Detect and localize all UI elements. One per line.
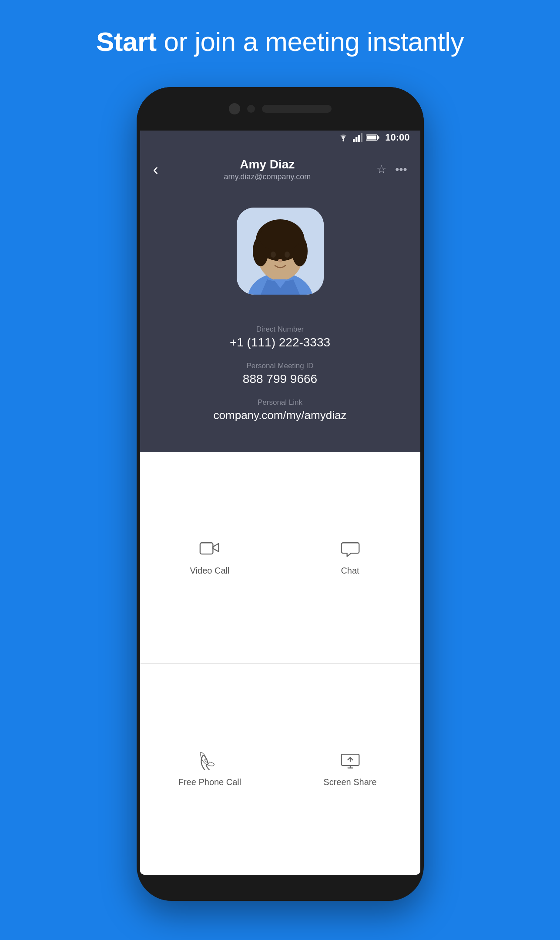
- status-icons: 10:00: [337, 132, 409, 143]
- free-phone-call-button[interactable]: Free Phone Call: [140, 664, 280, 875]
- contact-name-area: Amy Diaz amy.diaz@company.com: [158, 158, 377, 181]
- video-call-icon: [199, 540, 220, 559]
- status-time: 10:00: [385, 132, 409, 143]
- free-phone-call-label: Free Phone Call: [178, 777, 241, 787]
- svg-rect-4: [361, 133, 362, 142]
- chat-button[interactable]: Chat: [280, 452, 420, 664]
- video-call-label: Video Call: [190, 566, 230, 576]
- avatar-area: [140, 190, 420, 316]
- personal-link-value[interactable]: company.com/my/amydiaz: [153, 409, 407, 422]
- avatar-container: [237, 208, 324, 295]
- battery-icon: [366, 134, 380, 141]
- svg-point-15: [259, 223, 301, 251]
- svg-point-16: [271, 252, 276, 258]
- svg-point-17: [285, 252, 290, 258]
- header-actions: ☆ •••: [376, 163, 407, 176]
- wifi-icon: [337, 133, 349, 142]
- contact-email: amy.diaz@company.com: [158, 172, 377, 181]
- svg-rect-1: [353, 139, 355, 142]
- avatar-image: [237, 208, 324, 295]
- proximity-sensor: [247, 105, 255, 113]
- direct-number-label: Direct Number: [153, 325, 407, 334]
- header-rest: or join a meeting instantly: [157, 27, 464, 57]
- phone-screen: 10:00 ‹ Amy Diaz amy.diaz@company.com ☆ …: [140, 126, 420, 875]
- phone-frame: 10:00 ‹ Amy Diaz amy.diaz@company.com ☆ …: [137, 87, 424, 901]
- meeting-id-label: Personal Meeting ID: [153, 362, 407, 370]
- header-bold: Start: [96, 27, 157, 57]
- phone-icon: [199, 751, 220, 770]
- contact-header: ‹ Amy Diaz amy.diaz@company.com ☆ •••: [140, 149, 420, 190]
- back-button[interactable]: ‹: [153, 162, 158, 178]
- screen-share-label: Screen Share: [323, 777, 376, 787]
- phone-speaker: [262, 105, 332, 113]
- chat-icon: [340, 540, 361, 559]
- phone-top-bar: [137, 87, 424, 131]
- svg-point-0: [343, 140, 344, 141]
- personal-link-label: Personal Link: [153, 398, 407, 407]
- more-options-icon[interactable]: •••: [395, 163, 407, 176]
- svg-rect-6: [378, 136, 379, 138]
- contact-info: Direct Number +1 (111) 222-3333 Personal…: [140, 316, 420, 452]
- svg-rect-3: [358, 135, 360, 142]
- signal-icon: [353, 133, 362, 142]
- favorite-icon[interactable]: ☆: [376, 163, 386, 176]
- meeting-id-value[interactable]: 888 799 9666: [153, 372, 407, 386]
- contact-name: Amy Diaz: [158, 158, 377, 171]
- screen-share-button[interactable]: Screen Share: [280, 664, 420, 875]
- chat-label: Chat: [341, 566, 359, 576]
- video-call-button[interactable]: Video Call: [140, 452, 280, 664]
- front-camera: [229, 103, 240, 114]
- svg-rect-2: [355, 137, 357, 142]
- svg-point-18: [278, 259, 282, 262]
- header-tagline: Start or join a meeting instantly: [0, 26, 560, 57]
- direct-number-value[interactable]: +1 (111) 222-3333: [153, 336, 407, 349]
- action-buttons: Video Call Chat Free Phone Call: [140, 452, 420, 875]
- screen-share-icon: [340, 751, 361, 770]
- svg-rect-19: [200, 543, 213, 554]
- svg-rect-7: [367, 136, 376, 140]
